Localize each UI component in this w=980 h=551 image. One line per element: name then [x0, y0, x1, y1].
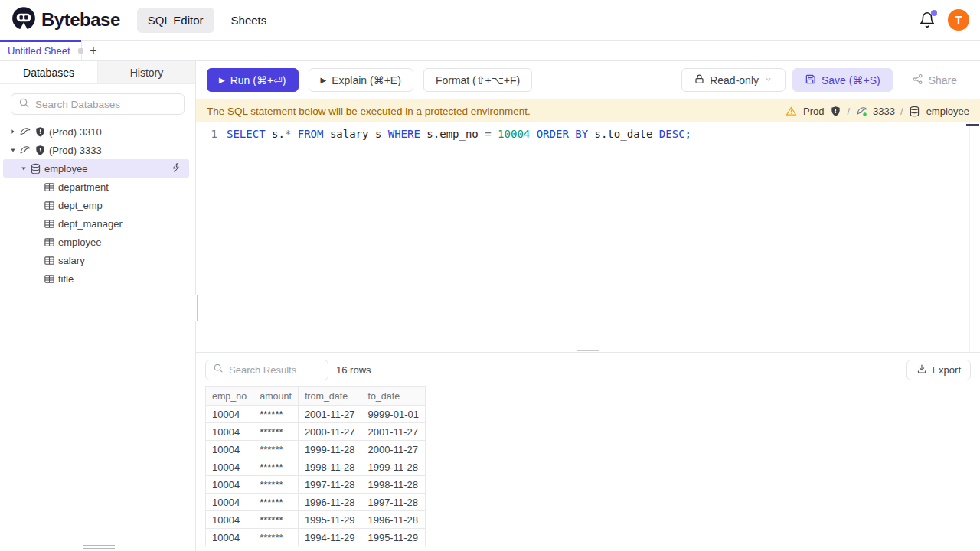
results-cell[interactable]: 1996-11-28 [361, 511, 426, 529]
environment-shield-icon [829, 105, 841, 117]
database-tree: (Prod) 3310(Prod) 3333employeedepartment… [0, 121, 195, 551]
sql-token [291, 128, 297, 140]
tab-databases[interactable]: Databases [0, 61, 98, 83]
tree-item-label: department [58, 181, 109, 193]
sheet-tab-label: Untitled Sheet [8, 45, 70, 57]
tree-item-title[interactable]: title [3, 269, 189, 288]
results-cell[interactable]: 1999-11-28 [361, 458, 426, 476]
results-cell[interactable]: 10004 [206, 458, 253, 476]
nav-tab-sheets[interactable]: Sheets [220, 8, 278, 33]
results-column-header[interactable]: from_date [298, 387, 361, 406]
environment-label: Prod [803, 106, 824, 117]
results-cell[interactable]: 1998-11-28 [361, 476, 426, 494]
format-button[interactable]: Format (⇧+⌥+F) [423, 68, 532, 92]
results-cell[interactable]: 2001-11-27 [361, 423, 426, 441]
share-icon [912, 73, 923, 87]
results-cell[interactable]: ****** [253, 511, 299, 529]
results-cell[interactable]: 2000-11-27 [298, 423, 361, 441]
instance-label[interactable]: 3333 [873, 106, 895, 117]
results-cell[interactable]: 10004 [206, 476, 253, 494]
results-cell[interactable]: 10004 [206, 406, 253, 423]
results-row: 10004******1998-11-281999-11-28 [206, 458, 426, 476]
tree-item-employee[interactable]: employee [3, 159, 189, 178]
results-column-header[interactable]: amount [253, 387, 299, 406]
results-cell[interactable]: ****** [253, 529, 299, 546]
results-cell[interactable]: 10004 [206, 529, 253, 546]
results-row: 10004******1995-11-291996-11-28 [206, 511, 426, 529]
run-button[interactable]: ▶ Run (⌘+⏎) [207, 68, 299, 92]
tree-item--prod-3333[interactable]: (Prod) 3333 [3, 141, 189, 159]
sql-token [530, 128, 536, 140]
caret-down-icon[interactable] [8, 146, 18, 154]
results-resize-handle[interactable] [577, 350, 599, 352]
new-sheet-button[interactable]: + [82, 41, 105, 60]
play-icon: ▶ [321, 76, 327, 84]
results-cell[interactable]: 1999-11-28 [298, 441, 361, 458]
nav-tab-sql-editor[interactable]: SQL Editor [137, 8, 214, 33]
tree-item-department[interactable]: department [3, 178, 189, 196]
sql-token: s.to_date [588, 128, 659, 140]
results-cell[interactable]: ****** [253, 476, 299, 494]
tree-item-dept-emp[interactable]: dept_emp [3, 196, 189, 214]
results-cell[interactable]: 10004 [206, 494, 253, 511]
results-cell[interactable]: ****** [253, 406, 299, 423]
results-cell[interactable]: 1998-11-28 [298, 458, 361, 476]
chevron-down-icon [763, 74, 773, 86]
results-cell[interactable]: ****** [253, 423, 299, 441]
results-cell[interactable]: 9999-01-01 [361, 406, 426, 423]
row-count-label: 16 rows [336, 364, 371, 376]
bytebase-logo[interactable]: Bytebase [11, 5, 120, 34]
results-column-header[interactable]: to_date [361, 387, 426, 406]
quick-action-bolt-icon[interactable] [171, 162, 183, 174]
search-icon [18, 97, 30, 112]
database-search-input[interactable] [35, 99, 177, 110]
sheet-tab-untitled[interactable]: Untitled Sheet [0, 41, 82, 60]
sheet-tabbar: Untitled Sheet + [0, 40, 980, 61]
results-header-row: emp_noamountfrom_dateto_date [206, 387, 426, 406]
sidebar-horizontal-scrollbar[interactable] [83, 545, 115, 549]
database-search [11, 93, 185, 115]
sidebar-resize-handle[interactable] [194, 295, 198, 321]
tree-item-label: employee [44, 163, 87, 174]
results-search [205, 360, 328, 380]
sql-token: SELECT [227, 128, 266, 140]
readonly-mode-dropdown[interactable]: Read-only [681, 68, 786, 92]
results-cell[interactable]: 1995-11-29 [298, 511, 361, 529]
explain-button[interactable]: ▶ Explain (⌘+E) [309, 68, 413, 92]
results-cell[interactable]: 1997-11-28 [361, 494, 426, 511]
notifications-bell-icon[interactable] [919, 11, 936, 28]
lock-icon [694, 73, 705, 87]
results-cell[interactable]: 10004 [206, 511, 253, 529]
user-avatar[interactable]: T [948, 9, 969, 31]
results-cell[interactable]: 2000-11-27 [361, 441, 426, 458]
save-icon [805, 73, 816, 87]
tree-item--prod-3310[interactable]: (Prod) 3310 [3, 122, 189, 141]
results-row: 10004******1994-11-291995-11-29 [206, 529, 426, 546]
database-label[interactable]: employee [926, 106, 969, 117]
results-cell[interactable]: 2001-11-27 [298, 406, 361, 423]
sheet-dirty-indicator[interactable] [78, 48, 83, 54]
tree-item-employee[interactable]: employee [3, 233, 189, 251]
sql-token: s.emp_no [420, 128, 485, 140]
caret-down-icon[interactable] [18, 165, 29, 172]
sql-code-editor[interactable]: 1 SELECT s.* FROM salary s WHERE s.emp_n… [196, 122, 980, 352]
tree-item-dept-manager[interactable]: dept_manager [3, 214, 189, 233]
results-cell[interactable]: ****** [253, 494, 299, 511]
results-column-header[interactable]: emp_no [206, 387, 253, 406]
tab-history[interactable]: History [98, 61, 195, 83]
tree-item-salary[interactable]: salary [3, 251, 189, 269]
export-button[interactable]: Export [906, 360, 971, 380]
results-cell[interactable]: 1996-11-28 [298, 494, 361, 511]
results-cell[interactable]: ****** [253, 458, 299, 476]
results-cell[interactable]: 10004 [206, 441, 253, 458]
caret-right-icon[interactable] [8, 128, 18, 135]
results-cell[interactable]: 1994-11-29 [298, 529, 361, 546]
results-cell[interactable]: ****** [253, 441, 299, 458]
table-icon [43, 199, 55, 211]
results-cell[interactable]: 1995-11-29 [361, 529, 426, 546]
sql-token: WHERE [388, 128, 420, 140]
results-cell[interactable]: 10004 [206, 423, 253, 441]
results-cell[interactable]: 1997-11-28 [298, 476, 361, 494]
share-button[interactable]: Share [900, 68, 969, 92]
save-button[interactable]: Save (⌘+S) [792, 68, 893, 92]
